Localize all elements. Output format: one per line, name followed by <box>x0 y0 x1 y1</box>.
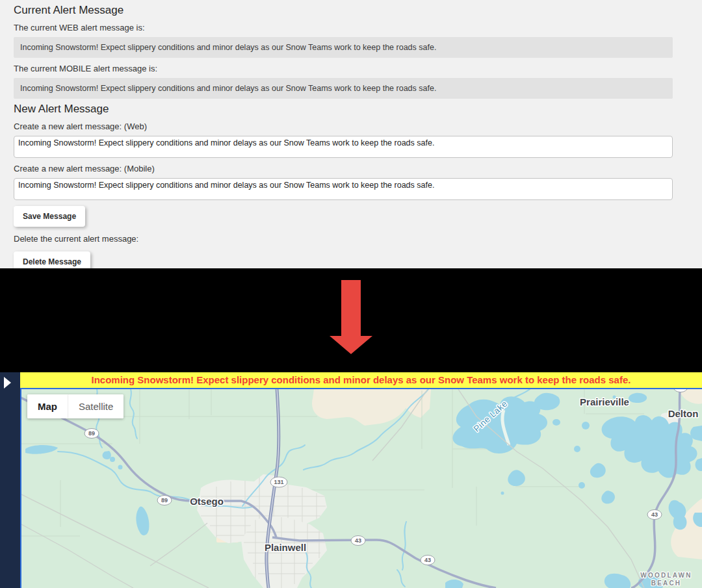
mobile-alert-label: The current MOBILE alert message is: <box>14 64 673 73</box>
new-mobile-label: Create a new alert message: (Mobile) <box>14 164 673 173</box>
map-region: Map Satellite <box>20 388 702 588</box>
route-shield: 43 <box>677 389 684 390</box>
sidebar-rail <box>0 372 20 588</box>
preview-stage: Incoming Snowstorm! Expect slippery cond… <box>20 372 702 588</box>
town-label-prairieville: Prairieville <box>580 396 629 407</box>
map-type-control: Map Satellite <box>27 394 124 418</box>
delete-message-button[interactable]: Delete Message <box>14 251 90 268</box>
transition-band <box>0 268 702 372</box>
mobile-alert-message-box: Incoming Snowstorm! Expect slippery cond… <box>14 78 673 99</box>
town-label-plainwell: Plainwell <box>265 542 306 553</box>
new-web-label: Create a new alert message: (Web) <box>14 121 673 131</box>
admin-alert-panel: Current Alert Message The current WEB al… <box>0 0 702 268</box>
sidebar-expand-icon[interactable] <box>4 377 11 389</box>
route-shield: 43 <box>424 557 431 563</box>
route-shield: 43 <box>355 537 361 544</box>
town-label-otsego: Otsego <box>190 496 224 507</box>
new-mobile-message-input[interactable]: Incoming Snowstorm! Expect slippery cond… <box>14 178 673 200</box>
map-button[interactable]: Map <box>27 394 68 418</box>
web-alert-label: The current WEB alert message is: <box>14 23 673 32</box>
web-alert-message-box: Incoming Snowstorm! Expect slippery cond… <box>14 37 673 58</box>
map-canvas[interactable]: 89 89 131 43 43 43 43 Otsego Plainwell P… <box>21 389 702 588</box>
site-preview: Incoming Snowstorm! Expect slippery cond… <box>0 372 702 588</box>
delete-alert-label: Delete the current alert message: <box>14 234 673 244</box>
area-label-woodlawn: WOODLAWN <box>640 572 692 579</box>
map-terrain <box>21 389 702 588</box>
current-alert-heading: Current Alert Message <box>14 4 673 17</box>
route-shield: 43 <box>651 511 658 518</box>
satellite-button[interactable]: Satellite <box>68 394 124 418</box>
route-shield: 89 <box>161 497 168 504</box>
save-message-button[interactable]: Save Message <box>14 206 85 227</box>
route-shield: 89 <box>88 430 95 437</box>
new-web-message-input[interactable]: Incoming Snowstorm! Expect slippery cond… <box>14 136 673 158</box>
down-arrow-icon <box>330 280 372 354</box>
area-label-beach: BEACH <box>651 580 682 587</box>
alert-banner: Incoming Snowstorm! Expect slippery cond… <box>20 372 702 388</box>
new-alert-heading: New Alert Message <box>14 103 673 116</box>
town-label-delton: Delton <box>668 408 699 419</box>
route-shield: 131 <box>274 479 283 485</box>
